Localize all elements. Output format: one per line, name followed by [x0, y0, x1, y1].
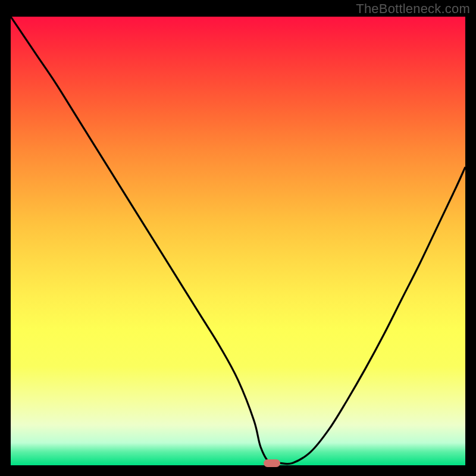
bottleneck-curve	[11, 17, 465, 464]
plot-area	[11, 17, 465, 465]
chart-frame: TheBottleneck.com	[0, 0, 476, 476]
optimal-marker	[264, 459, 280, 467]
watermark-text: TheBottleneck.com	[356, 1, 470, 17]
curve-svg	[11, 17, 465, 465]
